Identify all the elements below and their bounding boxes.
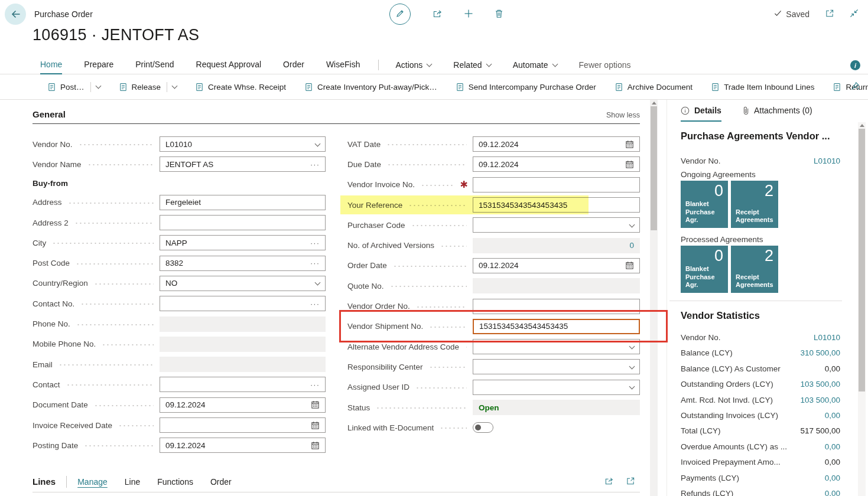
chevron-down-icon[interactable] bbox=[629, 343, 635, 349]
ellipsis-assist-icon[interactable]: ··· bbox=[310, 160, 320, 169]
new-button[interactable] bbox=[464, 9, 473, 20]
lines-menu-line[interactable]: Line bbox=[125, 477, 140, 487]
fewer-options-button[interactable]: Fewer options bbox=[579, 60, 631, 70]
field-input-no-of-archived-versions[interactable]: 0 bbox=[473, 238, 640, 253]
factbox-scrollbar[interactable] bbox=[858, 122, 866, 496]
field-input-post-code[interactable]: 8382··· bbox=[160, 256, 326, 271]
tile-processed-receipt[interactable]: 2 Receipt Agreements bbox=[731, 246, 778, 293]
open-in-new-window-button[interactable] bbox=[825, 9, 834, 19]
menu-tab-order[interactable]: Order bbox=[283, 56, 304, 74]
stat-value[interactable]: 0,00 bbox=[825, 489, 840, 496]
ellipsis-assist-icon[interactable]: ··· bbox=[310, 299, 320, 308]
calendar-icon[interactable] bbox=[311, 421, 320, 430]
tile-ongoing-receipt[interactable]: 2 Receipt Agreements bbox=[731, 181, 778, 228]
calendar-icon[interactable] bbox=[311, 400, 320, 409]
action-create-inventory-put-away-pick[interactable]: Create Inventory Put-away/Pick… bbox=[304, 83, 437, 92]
stat-value[interactable]: 310 500,00 bbox=[800, 348, 840, 357]
action-send-intercompany-purchase-order[interactable]: Send Intercompany Purchase Order bbox=[456, 83, 596, 92]
field-input-address-2[interactable] bbox=[160, 215, 326, 230]
chevron-down-icon[interactable] bbox=[629, 363, 635, 369]
field-input-contact-no[interactable]: ··· bbox=[160, 296, 326, 311]
calendar-icon[interactable] bbox=[625, 160, 634, 169]
field-input-contact[interactable]: ··· bbox=[160, 377, 326, 392]
stat-value[interactable]: 103 500,00 bbox=[800, 380, 840, 389]
field-input-posting-date[interactable]: 09.12.2024 bbox=[160, 438, 326, 453]
field-input-linked-with-e-document[interactable] bbox=[473, 420, 640, 435]
lines-open-in-new-button[interactable] bbox=[626, 477, 635, 487]
back-button[interactable] bbox=[5, 4, 26, 25]
chevron-down-icon[interactable] bbox=[172, 83, 178, 89]
tile-processed-blanket[interactable]: 0 Blanket Purchase Agr. bbox=[681, 246, 728, 293]
tile-ongoing-blanket[interactable]: 0 Blanket Purchase Agr. bbox=[681, 181, 728, 228]
calendar-icon[interactable] bbox=[311, 441, 320, 450]
field-input-due-date[interactable]: 09.12.2024 bbox=[473, 156, 640, 172]
field-input-vendor-invoice-no[interactable] bbox=[473, 177, 640, 192]
menu-tab-prepare[interactable]: Prepare bbox=[84, 56, 113, 74]
field-input-your-reference[interactable]: 15315345343543453435 bbox=[473, 197, 640, 213]
ellipsis-assist-icon[interactable]: ··· bbox=[310, 380, 320, 389]
collapse-button[interactable] bbox=[850, 9, 859, 19]
menu-dropdown-actions[interactable]: Actions bbox=[395, 60, 431, 70]
chevron-down-icon[interactable] bbox=[629, 221, 635, 227]
field-value[interactable]: 0 bbox=[479, 241, 634, 250]
action-create-whse-receipt[interactable]: Create Whse. Receipt bbox=[195, 83, 286, 92]
menu-tab-home[interactable]: Home bbox=[40, 56, 62, 74]
scroll-up-arrow[interactable] bbox=[652, 102, 656, 105]
factbox-scrollbar-thumb[interactable] bbox=[859, 129, 865, 391]
agreements-vendor-no-link[interactable]: L01010 bbox=[814, 156, 840, 165]
menu-dropdown-related[interactable]: Related bbox=[453, 60, 490, 70]
unpin-button[interactable] bbox=[850, 81, 860, 93]
field-input-purchaser-code[interactable] bbox=[473, 217, 640, 233]
field-input-alternate-vendor-address-code[interactable] bbox=[473, 339, 640, 354]
field-input-order-date[interactable]: 09.12.2024 bbox=[473, 258, 640, 273]
main-scrollbar-thumb[interactable] bbox=[651, 106, 657, 230]
toggle-off-switch[interactable] bbox=[473, 422, 493, 433]
chevron-down-icon[interactable] bbox=[315, 280, 321, 286]
lines-menu-manage[interactable]: Manage bbox=[77, 477, 108, 487]
share-button[interactable] bbox=[432, 9, 443, 20]
tab-attachments[interactable]: Attachments (0) bbox=[743, 106, 812, 120]
calendar-icon[interactable] bbox=[625, 140, 634, 149]
delete-button[interactable] bbox=[495, 9, 503, 20]
field-input-vendor-name[interactable]: JENTOFT AS··· bbox=[160, 156, 326, 172]
lines-share-button[interactable] bbox=[604, 477, 614, 487]
ellipsis-assist-icon[interactable]: ··· bbox=[310, 239, 320, 247]
chevron-down-icon[interactable] bbox=[95, 83, 101, 89]
stat-value[interactable]: 0,00 bbox=[825, 442, 840, 451]
stat-value[interactable]: L01010 bbox=[814, 333, 840, 342]
chevron-down-icon[interactable] bbox=[629, 384, 635, 390]
field-input-vendor-shipment-no[interactable]: 15315345343543453435 bbox=[473, 319, 640, 334]
action-release[interactable]: Release bbox=[119, 82, 177, 92]
field-input-vendor-order-no[interactable] bbox=[473, 299, 640, 314]
show-less-button[interactable]: Show less bbox=[606, 111, 640, 119]
stat-value[interactable]: 103 500,00 bbox=[800, 396, 840, 404]
lines-menu-functions[interactable]: Functions bbox=[157, 477, 193, 487]
field-input-country-region[interactable]: NO bbox=[160, 276, 326, 291]
field-input-address[interactable]: Fergeleiet bbox=[160, 195, 326, 210]
field-input-document-date[interactable]: 09.12.2024 bbox=[160, 397, 326, 413]
field-input-city[interactable]: NAPP··· bbox=[160, 235, 326, 250]
scroll-up-arrow[interactable] bbox=[860, 124, 864, 127]
stat-value[interactable]: 0,00 bbox=[825, 474, 840, 482]
action-trade-item-inbound-lines[interactable]: Trade Item Inbound Lines bbox=[711, 83, 814, 92]
chevron-down-icon[interactable] bbox=[315, 141, 321, 146]
tab-details[interactable]: Details bbox=[681, 106, 721, 122]
field-input-vendor-no[interactable]: L01010 bbox=[160, 136, 326, 152]
menu-tab-print-send[interactable]: Print/Send bbox=[135, 56, 174, 74]
menu-tab-request-approval[interactable]: Request Approval bbox=[196, 56, 262, 74]
action-post[interactable]: Post… bbox=[47, 82, 100, 92]
field-input-invoice-received-date[interactable] bbox=[160, 417, 326, 433]
edit-button[interactable] bbox=[389, 4, 411, 25]
menu-tab-wisefish[interactable]: WiseFish bbox=[326, 56, 360, 74]
lines-menu-order[interactable]: Order bbox=[210, 477, 232, 487]
field-input-responsibility-center[interactable] bbox=[473, 359, 640, 374]
action-archive-document[interactable]: Archive Document bbox=[615, 83, 693, 92]
info-indicator[interactable]: i bbox=[850, 60, 860, 70]
field-input-vat-date[interactable]: 09.12.2024 bbox=[473, 136, 640, 152]
main-scrollbar[interactable] bbox=[650, 100, 658, 496]
ellipsis-assist-icon[interactable]: ··· bbox=[310, 259, 320, 267]
menu-dropdown-automate[interactable]: Automate bbox=[513, 60, 557, 70]
field-input-assigned-user-id[interactable] bbox=[473, 380, 640, 395]
calendar-icon[interactable] bbox=[625, 261, 634, 270]
stat-value[interactable]: 0,00 bbox=[825, 411, 840, 420]
